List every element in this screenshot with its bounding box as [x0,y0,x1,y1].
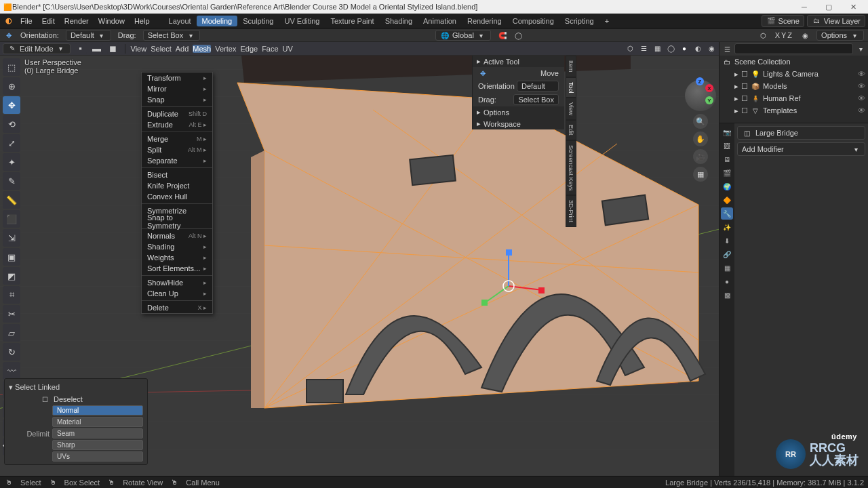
vp-menu-view[interactable]: View [131,45,147,53]
vp-menu-uv[interactable]: UV [283,45,293,53]
mesh-menu-clean-up[interactable]: Clean Up▸ [142,288,212,299]
active-tool-header[interactable]: ▸ Active Tool [473,56,564,67]
outliner-item-human-ref[interactable]: ▸☐🧍Human Ref👁 [719,92,868,104]
mesh-menu-shading[interactable]: Shading▸ [142,241,212,252]
tab-texture-paint[interactable]: Texture Paint [325,16,379,26]
mesh-menu-sort-elements-[interactable]: Sort Elements...▸ [142,263,212,274]
tool-inset[interactable]: ▣ [3,248,20,266]
proptab-particles[interactable]: ✨ [721,221,733,233]
persp-ortho-button[interactable]: ▦ [693,167,708,182]
tab-shading[interactable]: Shading [380,16,418,26]
edge-select-icon[interactable]: ▬ [91,43,103,54]
menu-help[interactable]: Help [130,16,154,26]
outliner-root[interactable]: 🗀Scene Collection [719,56,868,68]
matprev-shade-icon[interactable]: ◐ [693,44,703,54]
ntab-edit[interactable]: Edit [566,120,576,140]
mesh-menu-merge[interactable]: MergeM ▸ [142,134,212,144]
delimit-material[interactable]: Material [52,417,143,427]
minimize-button[interactable]: ─ [792,0,816,14]
tool-extrude[interactable]: ⇲ [3,229,20,247]
zoom-button[interactable]: 🔍 [693,114,708,129]
maximize-button[interactable]: ▢ [816,0,841,14]
face-select-icon[interactable]: ◼ [107,43,119,54]
outliner-item-templates[interactable]: ▸☐▽Templates👁 [719,104,868,117]
delimit-sharp[interactable]: Sharp [52,440,143,450]
wireframe-shade-icon[interactable]: ◯ [666,44,675,54]
delimit-uvs[interactable]: UVs [52,451,143,462]
tool-smooth[interactable]: 〰 [3,362,20,380]
mesh-menu-transform[interactable]: Transform▸ [142,73,212,83]
filter-icon[interactable]: ▾ [856,44,865,54]
tab-modeling[interactable]: Modeling [197,16,238,26]
ntab-screencast-keys[interactable]: Screencast Keys [566,140,576,196]
mesh-menu-normals[interactable]: NormalsAlt N ▸ [142,230,212,241]
tool-poly-build[interactable]: ▱ [3,324,20,342]
proptab-render[interactable]: 📷 [721,126,733,138]
proptab-modifier[interactable]: 🔧 [721,207,733,220]
ntab-view[interactable]: View [566,98,576,120]
proptab-constraint[interactable]: 🔗 [721,248,733,260]
tool-bevel[interactable]: ◩ [3,267,20,285]
proptab-output[interactable]: 🖼 [721,140,733,152]
menu-file[interactable]: File [16,16,37,26]
tab-rendering[interactable]: Rendering [462,16,507,26]
np-drag-dd[interactable]: Select Box [513,94,559,105]
vp-menu-face[interactable]: Face [262,45,278,53]
camera-view-button[interactable]: 🎥 [693,149,708,164]
close-button[interactable]: ✕ [841,0,865,14]
mesh-menu-duplicate[interactable]: DuplicateShift D [142,108,212,119]
axis-x-icon[interactable]: X [705,84,713,92]
mesh-menu-extrude[interactable]: ExtrudeAlt E ▸ [142,119,212,130]
mesh-menu-knife-project[interactable]: Knife Project [142,180,212,191]
viewport-gizmos-icon[interactable]: ⬡ [625,44,635,54]
proptab-world[interactable]: 🌍 [721,180,733,192]
shading-solid-icon[interactable]: ◉ [800,30,810,40]
tool-cursor[interactable]: ⊕ [3,77,20,95]
3d-viewport[interactable]: ✎Edit Mode▾ ▪ ▬ ◼ View Select Add Mesh V… [0,42,719,476]
tab-compositing[interactable]: Compositing [507,16,559,26]
transform-space-dropdown[interactable]: 🌐Global ▾ [435,30,491,41]
tool-loop-cut[interactable]: ⌗ [3,286,20,304]
mesh-menu-snap-to-symmetry[interactable]: Snap to Symmetry [142,216,212,227]
proptab-texture[interactable]: ▩ [721,289,733,301]
ntab-3d-print[interactable]: 3D-Print [566,195,576,227]
tool-rotate[interactable]: ⟲ [3,115,20,133]
mesh-menu-mirror[interactable]: Mirror▸ [142,83,212,94]
proptab-physics[interactable]: ⬇ [721,235,733,247]
add-modifier-dropdown[interactable]: Add Modifier▾ [737,142,865,156]
tool-move[interactable]: ✥ [3,96,20,114]
np-orient-dd[interactable]: Default [517,81,559,92]
pan-button[interactable]: ✋ [693,131,708,146]
tool-add-cube[interactable]: ⬛ [3,210,20,228]
menu-render[interactable]: Render [60,16,93,26]
axis-z-icon[interactable]: Z [696,77,704,85]
proportional-icon[interactable]: ◯ [514,30,524,40]
tab-animation[interactable]: Animation [418,16,462,26]
orientation-dropdown[interactable]: Default ▾ [66,30,111,41]
scene-selector[interactable]: 🎬Scene [762,15,804,27]
menu-window[interactable]: Window [94,16,129,26]
tab-scripting[interactable]: Scripting [559,16,599,26]
outliner-search[interactable] [734,43,853,54]
overlay-axes[interactable]: XYZ [775,31,793,39]
np-options[interactable]: ▸ Options [473,106,564,118]
tool-knife[interactable]: ✂ [3,305,20,323]
np-workspace[interactable]: ▸ Workspace [473,118,564,129]
drag-dropdown[interactable]: Select Box ▾ [143,30,201,41]
menu-edit[interactable]: Edit [38,16,59,26]
snap-icon[interactable]: 🧲 [498,30,507,40]
proptab-view[interactable]: 🖥 [721,153,733,165]
rendered-shade-icon[interactable]: ◉ [707,44,716,54]
vp-menu-edge[interactable]: Edge [240,45,258,53]
tool-select-box[interactable]: ⬚ [3,58,20,76]
options-dropdown[interactable]: Options ▾ [816,30,864,41]
tab-layout[interactable]: Layout [163,16,197,26]
proptab-data[interactable]: ▦ [721,262,733,274]
xray-icon[interactable]: ▦ [652,44,662,54]
mesh-menu-delete[interactable]: DeleteX ▸ [142,302,212,313]
mesh-menu-separate[interactable]: Separate▸ [142,155,212,166]
mesh-menu-convex-hull[interactable]: Convex Hull [142,191,212,202]
viewport-overlay-icon[interactable]: ☰ [639,44,648,54]
tool-transform[interactable]: ✦ [3,153,20,171]
mesh-menu-snap[interactable]: Snap▸ [142,94,212,105]
